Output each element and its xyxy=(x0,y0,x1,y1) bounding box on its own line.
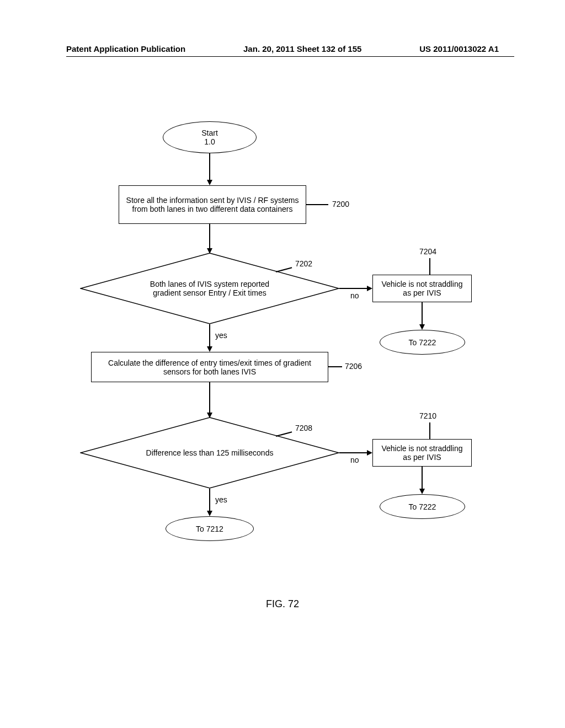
connector-7222-a-text: To 7222 xyxy=(409,338,436,347)
not-straddling-text-1: Vehicle is not straddling as per IVIS xyxy=(380,280,465,297)
arrow xyxy=(209,382,210,413)
leader-line xyxy=(328,366,342,367)
connector-7212-text: To 7212 xyxy=(196,524,223,533)
start-text-2: 1.0 xyxy=(204,137,215,146)
ref-7206: 7206 xyxy=(345,362,362,371)
not-straddling-box-1: Vehicle is not straddling as per IVIS xyxy=(372,275,472,302)
arrow xyxy=(422,302,423,324)
calculate-diff-box: Calculate the difference of entry times/… xyxy=(91,352,328,382)
leader-line xyxy=(306,204,328,205)
decision-7208-text: Difference less than 125 milliseconds xyxy=(146,448,274,457)
ref-7200: 7200 xyxy=(332,200,349,208)
arrowhead-icon xyxy=(367,450,372,456)
ref-7210: 7210 xyxy=(419,411,436,420)
not-straddling-box-2: Vehicle is not straddling as per IVIS xyxy=(372,439,472,467)
arrow xyxy=(209,153,210,180)
yes-label-2: yes xyxy=(215,495,227,504)
connector-7212: To 7212 xyxy=(166,516,254,541)
header-left: Patent Application Publication xyxy=(66,44,185,53)
arrowhead-icon xyxy=(207,511,212,516)
leader-line xyxy=(429,422,430,439)
not-straddling-text-2: Vehicle is not straddling as per IVIS xyxy=(380,444,465,462)
no-label-2: no xyxy=(350,456,359,464)
yes-label-1: yes xyxy=(215,331,227,340)
arrow xyxy=(209,224,210,248)
connector-7222-a: To 7222 xyxy=(380,330,465,355)
header-right: US 2011/0013022 A1 xyxy=(419,44,499,53)
store-info-box: Store all the information sent by IVIS /… xyxy=(119,185,306,224)
arrow xyxy=(209,324,210,346)
header-divider xyxy=(66,56,514,57)
decision-7202-text: Both lanes of IVIS system reported gradi… xyxy=(138,280,281,297)
leader-line xyxy=(429,258,430,275)
ref-7202: 7202 xyxy=(295,259,312,268)
connector-7222-b: To 7222 xyxy=(380,494,465,519)
no-label-1: no xyxy=(350,291,359,300)
header: Patent Application Publication Jan. 20, … xyxy=(0,44,565,53)
arrowhead-icon xyxy=(419,324,425,330)
header-center: Jan. 20, 2011 Sheet 132 of 155 xyxy=(243,44,361,53)
start-node: Start 1.0 xyxy=(163,121,257,153)
arrow xyxy=(339,288,367,289)
ref-7204: 7204 xyxy=(419,247,436,256)
arrow xyxy=(422,467,423,489)
arrowhead-icon xyxy=(367,286,372,291)
store-info-text: Store all the information sent by IVIS /… xyxy=(126,196,299,213)
arrowhead-icon xyxy=(207,346,212,352)
figure-title: FIG. 72 xyxy=(0,598,565,610)
arrowhead-icon xyxy=(207,180,212,185)
arrowhead-icon xyxy=(419,489,425,494)
flowchart-diagram: Start 1.0 Store all the information sent… xyxy=(0,110,565,662)
arrow xyxy=(209,489,210,511)
connector-7222-b-text: To 7222 xyxy=(409,502,436,511)
start-text-1: Start xyxy=(201,129,218,137)
ref-7208: 7208 xyxy=(295,424,312,432)
arrow xyxy=(339,452,367,453)
calculate-diff-text: Calculate the difference of entry times/… xyxy=(98,358,321,376)
